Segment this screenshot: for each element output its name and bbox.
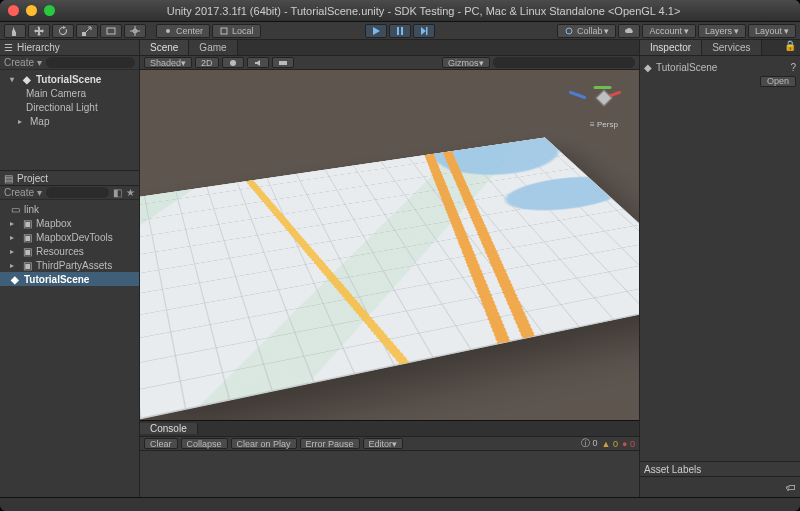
project-item[interactable]: ▸▣MapboxDevTools [0, 230, 139, 244]
close-icon[interactable] [8, 5, 19, 16]
fx-button[interactable] [272, 57, 294, 68]
project-item[interactable]: ▸▣Mapbox [0, 216, 139, 230]
pivot-label: Center [176, 26, 203, 36]
project-create-button[interactable]: Create ▾ [4, 187, 42, 198]
layout-label: Layout [755, 26, 782, 36]
layout-button[interactable]: Layout▾ [748, 24, 796, 38]
folder-icon: ▣ [22, 218, 32, 228]
hierarchy-create-button[interactable]: Create ▾ [4, 57, 42, 68]
collab-button[interactable]: Collab▾ [557, 24, 617, 38]
inspector-open-row: Open [644, 74, 796, 88]
chevron-right-icon[interactable]: ▸ [10, 233, 18, 242]
svg-point-3 [166, 29, 170, 33]
transform-tool-button[interactable] [124, 24, 146, 38]
svg-point-8 [566, 28, 572, 34]
tab-scene[interactable]: Scene [140, 40, 189, 55]
lighting-button[interactable] [222, 57, 244, 68]
scale-tool-button[interactable] [76, 24, 98, 38]
project-item[interactable]: ▸▣ThirdPartyAssets [0, 258, 139, 272]
console-body[interactable] [140, 451, 639, 497]
svg-rect-7 [426, 27, 428, 35]
console-clearonplay-button[interactable]: Clear on Play [231, 438, 297, 449]
chevron-right-icon[interactable]: ▸ [10, 247, 18, 256]
titlebar[interactable]: Unity 2017.3.1f1 (64bit) - TutorialScene… [0, 0, 800, 22]
map-plane[interactable] [140, 137, 639, 419]
project-item-selected[interactable]: ◆TutorialScene [0, 272, 139, 286]
unity-logo-icon: ◆ [10, 274, 20, 284]
tag-icon[interactable]: 🏷 [786, 482, 796, 493]
hierarchy-icon: ☰ [4, 42, 13, 53]
inspector-tabs: Inspector Services 🔒 [640, 40, 800, 56]
chevron-down-icon[interactable]: ▾ [10, 75, 18, 84]
play-button[interactable] [365, 24, 387, 38]
hierarchy-header[interactable]: ☰ Hierarchy [0, 40, 139, 56]
project-search-input[interactable] [46, 187, 109, 198]
console-clear-button[interactable]: Clear [144, 438, 178, 449]
hierarchy-search-input[interactable] [46, 57, 135, 68]
project-header[interactable]: ▤ Project [0, 170, 139, 186]
project-item[interactable]: ▸▣Resources [0, 244, 139, 258]
scene-name: TutorialScene [36, 74, 101, 85]
svg-rect-10 [279, 61, 287, 65]
mode-2d-button[interactable]: 2D [195, 57, 219, 68]
asset-labels-header[interactable]: Asset Labels [640, 461, 800, 477]
inspector-header[interactable]: ◆ TutorialScene ? [644, 60, 796, 74]
rect-tool-button[interactable] [100, 24, 122, 38]
pause-button[interactable] [389, 24, 411, 38]
scene-view[interactable]: ≡ Persp [140, 70, 639, 420]
folder-icon: ▣ [22, 260, 32, 270]
hierarchy-item[interactable]: ▸Map [0, 114, 139, 128]
project-item[interactable]: ▭link [0, 202, 139, 216]
tab-console[interactable]: Console [140, 423, 198, 434]
console-panel: Console Clear Collapse Clear on Play Err… [140, 420, 639, 497]
orientation-gizmo[interactable]: ≡ Persp [577, 78, 631, 129]
scene-search-input[interactable] [493, 57, 635, 68]
asset-labels-body: 🏷 [640, 477, 800, 497]
lock-icon[interactable]: 🔒 [780, 40, 800, 55]
console-collapse-button[interactable]: Collapse [181, 438, 228, 449]
tab-inspector[interactable]: Inspector [640, 40, 702, 55]
console-editor-button[interactable]: Editor ▾ [363, 438, 404, 449]
zoom-icon[interactable] [44, 5, 55, 16]
step-button[interactable] [413, 24, 435, 38]
hierarchy-item[interactable]: Main Camera [0, 86, 139, 100]
shading-mode-button[interactable]: Shaded ▾ [144, 57, 192, 68]
help-icon[interactable]: ? [790, 62, 796, 73]
hierarchy-item[interactable]: Directional Light [0, 100, 139, 114]
tab-services[interactable]: Services [702, 40, 761, 55]
move-tool-button[interactable] [28, 24, 50, 38]
chevron-right-icon[interactable]: ▸ [10, 219, 18, 228]
asset-labels-title: Asset Labels [644, 464, 701, 475]
cloud-button[interactable] [618, 24, 640, 38]
axis-y-icon[interactable] [594, 86, 612, 89]
inspector-body: ◆ TutorialScene ? Open [640, 56, 800, 461]
console-errorpause-button[interactable]: Error Pause [300, 438, 360, 449]
chevron-right-icon[interactable]: ▸ [10, 261, 18, 270]
pivot-mode-button[interactable]: Center [156, 24, 210, 38]
main-toolbar: Center Local Collab▾ Account▾ Layers▾ La… [0, 22, 800, 40]
chevron-right-icon[interactable]: ▸ [18, 117, 26, 126]
console-counters: ⓘ 0 ▲ 0 ● 0 [581, 437, 635, 450]
svg-point-9 [230, 60, 236, 66]
space-mode-button[interactable]: Local [212, 24, 261, 38]
file-icon: ▭ [10, 204, 20, 214]
error-icon[interactable]: ● 0 [622, 439, 635, 449]
scene-row[interactable]: ▾ ◆ TutorialScene [0, 72, 139, 86]
project-title: Project [17, 173, 48, 184]
window-controls [8, 5, 55, 16]
axis-z-icon[interactable] [569, 90, 587, 99]
filter-icon[interactable]: ◧ [113, 187, 122, 198]
gizmo-cube-icon[interactable] [596, 90, 613, 107]
layers-button[interactable]: Layers▾ [698, 24, 746, 38]
minimize-icon[interactable] [26, 5, 37, 16]
open-button[interactable]: Open [760, 76, 796, 87]
audio-button[interactable] [247, 57, 269, 68]
hand-tool-button[interactable] [4, 24, 26, 38]
favorite-icon[interactable]: ★ [126, 187, 135, 198]
tab-game[interactable]: Game [189, 40, 237, 55]
info-icon[interactable]: ⓘ 0 [581, 437, 598, 450]
rotate-tool-button[interactable] [52, 24, 74, 38]
warning-icon[interactable]: ▲ 0 [602, 439, 618, 449]
account-button[interactable]: Account▾ [642, 24, 696, 38]
gizmos-button[interactable]: Gizmos ▾ [442, 57, 490, 68]
